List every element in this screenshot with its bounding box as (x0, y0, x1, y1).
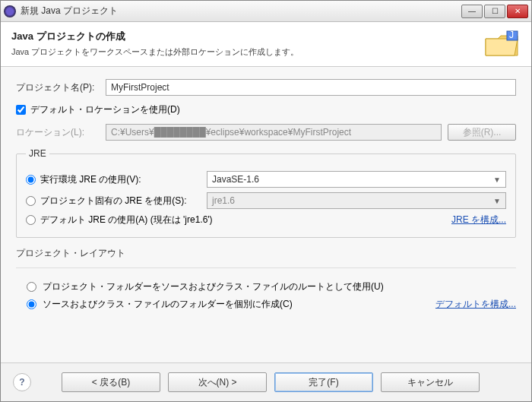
layout-separate-label: ソースおよびクラス・ファイルのフォルダーを個別に作成(C) (43, 298, 293, 311)
wizard-banner: Java プロジェクトの作成 Java プロジェクトをワークスペースまたは外部ロ… (1, 22, 531, 67)
project-name-row: プロジェクト名(P): (16, 79, 516, 96)
jre-option-default[interactable]: デフォルト JRE の使用(A) (現在は 'jre1.6') JRE を構成.… (26, 214, 506, 226)
layout-group: プロジェクト・フォルダーをソースおよびクラス・ファイルのルートとして使用(U) … (16, 273, 516, 318)
default-location-check[interactable] (16, 105, 26, 115)
divider (16, 267, 516, 268)
next-button[interactable]: 次へ(N) > (168, 372, 267, 392)
maximize-button[interactable]: ☐ (484, 5, 505, 18)
layout-legend: プロジェクト・レイアウト (16, 247, 516, 260)
project-name-label: プロジェクト名(P): (16, 81, 100, 94)
help-button[interactable]: ? (13, 373, 31, 391)
back-button[interactable]: < 戻る(B) (62, 372, 160, 392)
jre-radio-exec-env[interactable] (26, 175, 36, 185)
default-location-checkbox[interactable]: デフォルト・ロケーションを使用(D) (16, 103, 516, 116)
jre-exec-env-combo[interactable]: JavaSE-1.6 ▼ (207, 171, 506, 188)
close-button[interactable]: ✕ (507, 5, 528, 18)
window-title: 新規 Java プロジェクト (21, 5, 461, 17)
wizard-content: プロジェクト名(P): デフォルト・ロケーションを使用(D) ロケーション(L)… (1, 67, 531, 362)
jre-project-specific-value: jre1.6 (212, 195, 235, 206)
jre-exec-env-label: 実行環境 JRE の使用(V): (40, 173, 141, 186)
folder-java-icon: J (484, 30, 521, 59)
project-name-input[interactable] (106, 79, 516, 96)
titlebar: 新規 Java プロジェクト — ☐ ✕ (1, 1, 531, 22)
jre-default-label: デフォルト JRE の使用(A) (現在は 'jre1.6') (40, 214, 213, 226)
banner-heading: Java プロジェクトの作成 (11, 30, 484, 43)
app-icon (4, 5, 16, 17)
layout-radio-root[interactable] (27, 282, 36, 292)
location-label: ロケーション(L): (16, 126, 100, 139)
chevron-down-icon: ▼ (493, 197, 501, 205)
window-controls: — ☐ ✕ (461, 5, 528, 18)
jre-option-exec-env[interactable]: 実行環境 JRE の使用(V): JavaSE-1.6 ▼ (26, 171, 506, 188)
layout-root-label: プロジェクト・フォルダーをソースおよびクラス・ファイルのルートとして使用(U) (43, 280, 384, 293)
location-input (106, 124, 442, 141)
minimize-button[interactable]: — (461, 5, 483, 18)
jre-exec-env-value: JavaSE-1.6 (212, 174, 259, 185)
layout-option-separate[interactable]: ソースおよびクラス・ファイルのフォルダーを個別に作成(C) デフォルトを構成..… (27, 298, 516, 311)
jre-radio-default[interactable] (26, 215, 36, 225)
wizard-footer: ? < 戻る(B) 次へ(N) > 完了(F) キャンセル (1, 362, 531, 401)
default-location-label: デフォルト・ロケーションを使用(D) (30, 103, 180, 116)
finish-button[interactable]: 完了(F) (274, 372, 373, 392)
banner-subtext: Java プロジェクトをワークスペースまたは外部ロケーションに作成します。 (11, 46, 484, 58)
jre-project-specific-label: プロジェクト固有の JRE を使用(S): (40, 195, 187, 207)
layout-configure-link[interactable]: デフォルトを構成... (435, 298, 516, 311)
jre-project-specific-combo: jre1.6 ▼ (207, 192, 506, 209)
svg-text:J: J (509, 30, 514, 40)
layout-radio-separate[interactable] (27, 299, 36, 309)
jre-option-project-specific[interactable]: プロジェクト固有の JRE を使用(S): jre1.6 ▼ (26, 192, 506, 209)
jre-legend: JRE (26, 148, 49, 159)
jre-configure-link[interactable]: JRE を構成... (451, 214, 506, 226)
chevron-down-icon: ▼ (493, 176, 501, 184)
location-row: ロケーション(L): 参照(R)... (16, 124, 516, 141)
jre-group: JRE 実行環境 JRE の使用(V): JavaSE-1.6 ▼ プロジェクト… (16, 148, 516, 238)
jre-radio-project-specific[interactable] (26, 196, 36, 206)
browse-button: 参照(R)... (448, 124, 516, 141)
layout-option-root[interactable]: プロジェクト・フォルダーをソースおよびクラス・ファイルのルートとして使用(U) (27, 280, 516, 293)
cancel-button[interactable]: キャンセル (381, 372, 480, 392)
